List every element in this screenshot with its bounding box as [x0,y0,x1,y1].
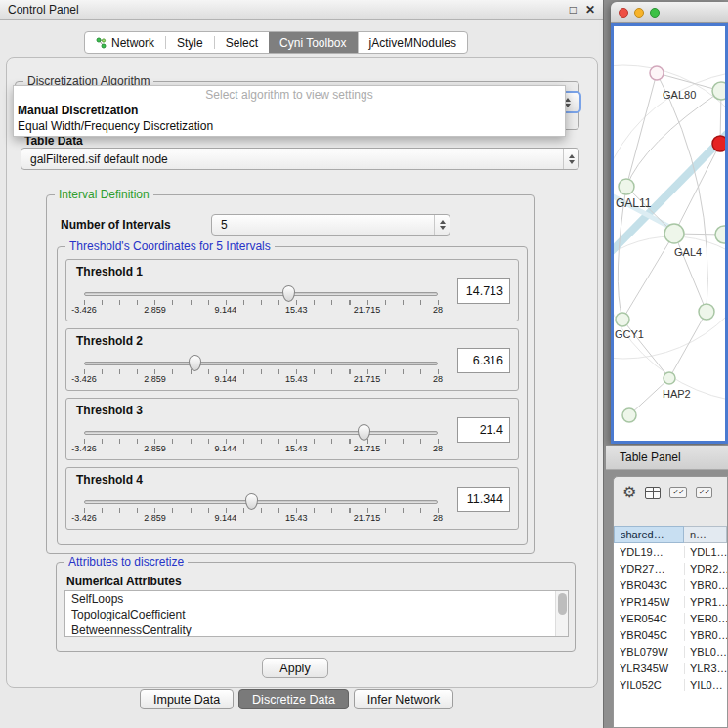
tick-label: -3.426 [71,513,97,523]
threshold-2-slider[interactable] [84,362,438,365]
apply-button[interactable]: Apply [262,658,328,678]
network-node[interactable] [616,313,629,326]
unselect-all-columns-icon[interactable]: ✓✓ [696,487,712,498]
cell-name[interactable]: YIL0… [684,679,727,691]
table-row[interactable]: YBR045CYBR0… [614,626,727,643]
table-data-selected-value: galFiltered.sif default node [21,152,563,166]
column-header-name[interactable]: n… [684,526,727,543]
number-of-intervals-select[interactable]: 5 [211,214,450,236]
cell-name[interactable]: YPR1… [684,596,727,608]
tab-cyni-toolbox[interactable]: Cyni Toolbox [269,32,357,53]
cell-shared-name[interactable]: YDL19… [614,546,684,558]
threshold-3-slider[interactable] [84,431,438,435]
table-row[interactable]: YIL052CYIL0… [614,676,727,693]
cell-shared-name[interactable]: YER054C [614,613,684,624]
table-data-select[interactable]: galFiltered.sif default node [21,148,579,170]
cell-shared-name[interactable]: YIL052C [614,679,684,691]
cell-name[interactable]: YLR3… [684,663,727,674]
table-row[interactable]: YLR345WYLR3… [614,660,727,676]
threshold-4-value-field[interactable]: 11.344 [457,487,510,512]
tab-network[interactable]: Network [85,32,165,53]
list-item[interactable]: SelfLoops [65,591,568,607]
cell-shared-name[interactable]: YDR27… [614,563,684,575]
tick-label: 2.859 [144,513,166,523]
network-nodes [616,66,725,422]
column-header-shared-name[interactable]: shared… [614,526,684,543]
tab-style-label: Style [177,36,203,50]
settings-gear-icon[interactable]: ⚙ [622,485,636,500]
threshold-1-value-field[interactable]: 14.713 [457,278,510,304]
tick-label: 21.715 [354,513,381,523]
tab-select[interactable]: Select [215,32,269,53]
table-row[interactable]: YDL19…YDL1… [614,543,727,560]
network-node[interactable] [619,179,634,194]
table-panel-header[interactable]: Table Panel [606,445,728,470]
cell-name[interactable]: YER0… [684,613,727,624]
tab-impute-data[interactable]: Impute Data [140,689,234,709]
table-row[interactable]: YBR043CYBR0… [614,577,727,593]
algorithm-dropdown-popup: Select algorithm to view settings Manual… [13,85,566,137]
arrow-down-icon [569,160,575,164]
show-columns-icon[interactable] [645,487,661,499]
network-canvas[interactable]: GAL80 GAL11 GAL4 GCY1 HAP2 [611,23,728,444]
tab-jactivemnodules[interactable]: jActiveMNodules [358,32,467,53]
network-node[interactable] [664,224,684,243]
table-row[interactable]: YDR27…YDR2… [614,560,727,577]
cell-name[interactable]: YDL1… [684,546,727,558]
table-row[interactable]: YER054CYER0… [614,610,727,626]
minimize-icon[interactable]: □ [570,4,577,16]
node-label: GAL11 [616,196,652,210]
scrollbar-thumb[interactable] [558,593,567,615]
threshold-2-value-field[interactable]: 6.316 [457,348,510,373]
network-node[interactable] [622,408,636,422]
network-node[interactable] [715,226,725,243]
tab-style[interactable]: Style [166,32,214,53]
select-all-columns-icon[interactable]: ✓✓ [669,487,686,498]
cell-shared-name[interactable]: YBR045C [614,629,684,641]
cell-shared-name[interactable]: YBL079W [614,646,684,658]
threshold-4-panel: Threshold 4 -3.426 2.859 9.144 15.43 21.… [65,467,519,530]
tab-jactivemnodules-label: jActiveMNodules [369,36,456,50]
minimize-traffic-light-icon[interactable] [634,8,644,18]
network-node[interactable] [650,66,664,80]
tab-discretize-data[interactable]: Discretize Data [238,689,349,709]
cell-name[interactable]: YBR0… [684,579,727,591]
network-node[interactable] [664,372,675,384]
list-item[interactable]: BetweennessCentrality [65,622,568,637]
node-label: GAL4 [674,246,702,258]
tick-label: 28 [433,305,443,315]
tick-label: 15.43 [285,513,308,523]
tick-label: 2.859 [144,444,166,453]
node-label: GAL80 [663,89,696,101]
cyni-toolbox-panel: Discretization Algorithm Select algorith… [6,57,598,688]
dropdown-item-manual-discretization[interactable]: Manual Discretization [14,103,565,118]
table-row[interactable]: YPR145WYPR1… [614,593,727,610]
node-label: HAP2 [663,388,691,400]
close-icon[interactable]: ✕ [585,4,595,16]
list-scrollbar[interactable] [555,591,568,636]
tab-infer-network[interactable]: Infer Network [354,689,453,709]
zoom-traffic-light-icon[interactable] [650,8,660,18]
combo-stepper-icon [434,215,450,235]
network-node[interactable] [712,82,725,100]
tick-label: 28 [433,513,443,523]
control-panel-titlebar[interactable]: Control Panel □ ✕ [0,0,603,20]
table-row[interactable]: YBL079WYBL0… [614,643,727,660]
threshold-3-value-field[interactable]: 21.4 [457,417,510,443]
close-traffic-light-icon[interactable] [619,8,628,18]
network-window-titlebar[interactable] [611,2,728,23]
cell-name[interactable]: YDR2… [684,563,727,575]
cell-name[interactable]: YBR0… [684,629,727,641]
list-item[interactable]: TopologicalCoefficient [65,607,568,622]
network-node-selected[interactable] [712,136,725,151]
thresholds-group-title: Threshold's Coordinates for 5 Intervals [65,239,275,253]
cell-shared-name[interactable]: YLR345W [614,663,684,674]
threshold-4-slider[interactable] [84,500,438,504]
threshold-1-slider[interactable] [84,292,438,296]
network-node[interactable] [699,304,714,320]
cell-shared-name[interactable]: YPR145W [614,596,684,608]
dropdown-item-equal-width-frequency[interactable]: Equal Width/Frequency Discretization [14,118,565,134]
table-body: YDL19…YDL1… YDR27…YDR2… YBR043CYBR0… YPR… [614,543,727,727]
cell-shared-name[interactable]: YBR043C [614,579,684,591]
cell-name[interactable]: YBL0… [684,646,727,658]
